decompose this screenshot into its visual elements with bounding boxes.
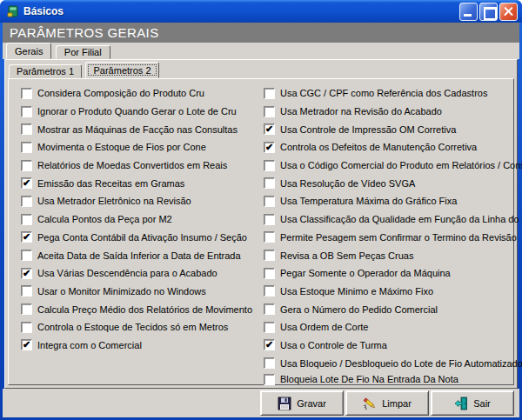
checkbox[interactable] [21,123,32,135]
checkbox-label: Usa Bloqueio / Desbloqueio do Lote de Fi… [280,358,522,369]
checkbox-row: Usa Temperatura Máxima do Gráfico Fixa [264,192,518,210]
checkbox-label: Pegar Somente o Operador da Máquina [280,268,451,278]
checkbox-label: Permite Pesagem sem Confirmar o Termino … [280,232,517,243]
checkbox-label: Usa Classificação da Qualidade em Função… [280,214,522,224]
checkbox[interactable] [21,285,32,297]
checkbox[interactable] [264,88,275,99]
checkbox[interactable] [21,160,32,171]
checkbox[interactable] [264,123,275,135]
button-bar: Gravar Limpar Sair [3,389,519,417]
checkbox-label: Usa CGC / CPF como Referência dos Cadast… [280,88,487,98]
checkbox[interactable] [264,339,275,350]
checkbox-label: Ignorar o Produto Quando Gerar o Lote de… [37,106,237,117]
checkbox[interactable] [264,196,275,207]
tab-gerais[interactable]: Gerais [6,43,51,59]
checkbox-column-left: Considera Composição do Produto CruIgnor… [21,84,258,354]
checkbox-row: Ignorar o Produto Quando Gerar o Lote de… [21,103,258,121]
checkbox-label: Usa Várias Descendência para o Acabado [37,268,218,278]
gravar-button[interactable]: Gravar [260,390,344,416]
checkbox[interactable] [264,160,275,171]
checkbox-row: Usa Metrador Eletrônico na Revisão [21,192,258,210]
checkbox-row: Bloqueia Lote De Fio Na Entrada Da Nota [264,372,518,386]
checkbox-label: Controla o Estoque de Tecidos só em Metr… [37,322,228,332]
checkbox-row: Usa Bloqueio / Desbloqueio do Lote de Fi… [264,354,518,372]
checkbox-row: Usa Estoque Minimo e Máximo Fixo [264,283,518,301]
checkbox[interactable] [264,285,275,297]
checkbox-label: Usa Metrador Eletrônico na Revisão [37,196,191,206]
checkbox-label: Movimenta o Estoque de Fios por Cone [37,142,206,152]
app-icon [6,4,20,18]
checkbox[interactable] [21,231,32,243]
tab-por-filial[interactable]: Por Filial [56,45,110,59]
checkbox-label: Calcula Preço Médio dos Relatórios de Mo… [37,304,252,315]
checkbox-row: Usa Várias Descendência para o Acabado [21,264,258,283]
checkbox[interactable] [21,214,32,225]
window-title: Básicos [23,5,458,17]
checkbox[interactable] [21,322,32,333]
checkbox[interactable] [21,268,32,279]
minimize-button[interactable] [459,3,478,21]
exit-icon [454,397,468,410]
page-title: PARÂMETROS GERAIS [3,23,519,43]
checkbox[interactable] [264,268,275,279]
checkbox-row: Usa Metrador na Revisão do Acabado [264,103,518,121]
checkbox[interactable] [264,374,275,385]
checkbox-label: Usa Controle de Impressão OM Corretiva [280,124,456,135]
checkbox[interactable] [264,231,275,243]
checkbox-label: Gera o Número do Pedido Comercial [280,304,438,315]
checkbox[interactable] [21,250,32,261]
checkbox[interactable] [264,322,275,333]
checkbox[interactable] [21,196,32,207]
checkbox[interactable] [264,214,275,225]
checkbox-row: Usa Ordem de Corte [264,318,518,337]
checkbox-label: Usa o Controle de Turma [280,340,387,350]
checkbox[interactable] [21,142,32,153]
checkbox-row: Calcula Pontos da Peça por M2 [21,210,258,229]
checkbox-row: Movimenta o Estoque de Fios por Cone [21,138,258,157]
checkbox-row: Usa o Código Comercial do Produto em Rel… [264,157,518,175]
checkbox-label: Aceita Data de Saída Inferior a Data de … [37,250,241,261]
sair-button[interactable]: Sair [431,390,514,416]
checkbox-label: Controla os Defeitos de Manutenção Corre… [280,142,477,152]
checkbox-label: Revisa a OB Sem Peças Cruas [280,250,413,261]
checkbox-label: Mostrar as Máquinas de Facção nas Consul… [37,124,238,135]
tab-parametros-1[interactable]: Parâmetros 1 [9,64,82,78]
checkbox[interactable] [264,177,275,189]
checkbox-row: Mostrar as Máquinas de Facção nas Consul… [21,120,258,138]
checkbox-label: Emissão das Receitas em Gramas [37,178,184,189]
tab-parametros-2[interactable]: Parâmetros 2 [85,62,158,78]
checkbox[interactable] [21,303,32,315]
checkbox-row: Usa Classificação da Qualidade em Função… [264,210,518,229]
checkbox-row: Usa CGC / CPF como Referência dos Cadast… [264,84,518,103]
checkbox-row: Controla o Estoque de Tecidos só em Metr… [21,318,258,337]
limpar-button[interactable]: Limpar [345,390,429,416]
checkbox-row: Integra com o Comercial [21,337,258,355]
outer-tabstrip: Gerais Por Filial [3,43,519,59]
checkbox-row: Usa Controle de Impressão OM Corretiva [264,120,518,138]
gerais-tab-page: Parâmetros 1 Parâmetros 2 Considera Comp… [4,59,518,389]
checkbox[interactable] [264,357,275,369]
checkbox[interactable] [21,106,32,117]
inner-tabstrip: Parâmetros 1 Parâmetros 2 [9,62,159,78]
checkbox[interactable] [264,142,275,153]
gravar-button-label: Gravar [297,398,326,409]
checkbox-row: Relatórios de Moedas Convertidos em Reai… [21,157,258,175]
checkbox-label: Usa Temperatura Máxima do Gráfico Fixa [280,196,457,206]
checkbox-column-right: Usa CGC / CPF como Referência dos Cadast… [264,84,518,386]
checkbox[interactable] [264,303,275,315]
checkbox-label: Bloqueia Lote De Fio Na Entrada Da Nota [280,374,458,384]
checkbox[interactable] [264,250,275,261]
close-button[interactable] [499,3,518,21]
titlebar: Básicos [0,0,522,23]
checkbox-row: Usar o Monitor Minimizado no Windows [21,283,258,301]
checkbox[interactable] [21,339,32,350]
checkbox-label: Usar o Monitor Minimizado no Windows [37,286,206,297]
maximize-button[interactable] [479,3,498,21]
checkbox[interactable] [264,106,275,117]
checkbox[interactable] [21,88,32,99]
checkbox[interactable] [21,177,32,189]
checkbox-label: Relatórios de Moedas Convertidos em Reai… [37,160,227,170]
limpar-button-label: Limpar [382,398,412,409]
checkbox-row: Gera o Número do Pedido Comercial [264,300,518,318]
sair-button-label: Sair [473,398,491,409]
